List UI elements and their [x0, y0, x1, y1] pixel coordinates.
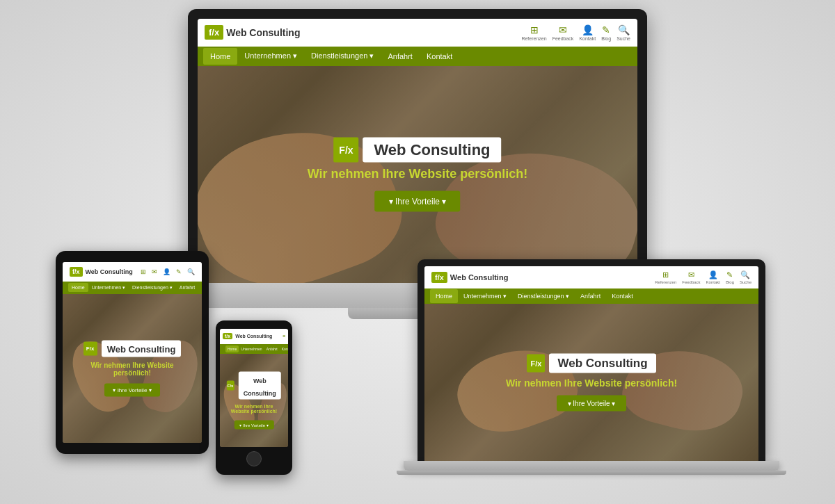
phone-hero-subtitle: Wir nehmen Ihre Website persönlich! [227, 403, 281, 413]
tablet-icon-1[interactable]: ⊞ [141, 268, 146, 275]
laptop-feedback-icon: ✉ [688, 270, 694, 279]
referenzen-icon: ⊞ [530, 24, 539, 35]
tablet-hero-content: F/x Web Consulting Wir nehmen Ihre Websi… [77, 340, 188, 396]
laptop-ref-icon: ⊞ [662, 270, 669, 279]
monitor-logo-text: Web Consulting [226, 27, 300, 38]
laptop-logo-text: Web Consulting [450, 273, 509, 282]
laptop-screen-frame: f/x Web Consulting ⊞ Referenzen ✉ Feedba… [418, 259, 765, 461]
tablet-user-icon: 👤 [163, 268, 170, 275]
laptop-device: f/x Web Consulting ⊞ Referenzen ✉ Feedba… [418, 259, 786, 475]
nav-home[interactable]: Home [203, 48, 237, 65]
tablet-website: f/x Web Consulting ⊞ ✉ 👤 ✎ 🔍 Home [63, 262, 202, 443]
tablet-search-icon: 🔍 [187, 268, 195, 275]
tablet-nav-home[interactable]: Home [68, 283, 88, 292]
header-icon-blog[interactable]: ✎ Blog [601, 24, 611, 41]
tablet-hero-button[interactable]: ▾ Ihre Vorteile ▾ [104, 383, 159, 396]
laptop-logo: f/x Web Consulting [431, 272, 508, 283]
tablet-msg-icon: ✉ [152, 268, 157, 275]
header-icon-suche[interactable]: 🔍 Suche [617, 24, 630, 41]
phone-nav-kontakt[interactable]: Kontakt [280, 346, 288, 352]
header-icon-kontakt[interactable]: 👤 Kontakt [579, 24, 596, 41]
nav-dienstleistungen[interactable]: Dienstleistungen ▾ [304, 47, 381, 65]
laptop-icon-feedback[interactable]: ✉ Feedback [682, 270, 700, 284]
phone-logo: f/x Web Consulting [223, 333, 272, 339]
laptop-nav: Home Unternehmen ▾ Dienstleistungen ▾ An… [424, 288, 758, 304]
phone-website: f/x Web Consulting ≡ Home Unternehmen An… [220, 329, 288, 447]
laptop-nav-kontakt[interactable]: Kontakt [606, 289, 639, 303]
nav-kontakt[interactable]: Kontakt [420, 48, 459, 65]
tablet-icon-2[interactable]: ✉ [152, 268, 157, 275]
monitor-frame: f/x Web Consulting ⊞ Referenzen ✉ Feedba… [188, 9, 647, 283]
tablet-hero-logo-row: F/x Web Consulting [77, 340, 188, 357]
phone-icon-menu[interactable]: ≡ [283, 334, 285, 339]
laptop-nav-unternehmen[interactable]: Unternehmen ▾ [458, 289, 512, 303]
kontakt-icon: 👤 [582, 24, 594, 35]
phone-hero-title-box: Web Consulting [238, 371, 281, 399]
tablet-nav: Home Unternehmen ▾ Dienstleistungen ▾ An… [63, 282, 202, 294]
laptop-header-icons: ⊞ Referenzen ✉ Feedback 👤 Kontakt [655, 270, 752, 284]
laptop-header: f/x Web Consulting ⊞ Referenzen ✉ Feedba… [424, 266, 758, 288]
tablet-hero: F/x Web Consulting Wir nehmen Ihre Websi… [63, 294, 202, 443]
tablet-nav-unternehmen[interactable]: Unternehmen ▾ [88, 283, 129, 293]
tablet-logo: f/x Web Consulting [70, 267, 133, 277]
laptop-icon-kontakt[interactable]: 👤 Kontakt [706, 270, 720, 284]
laptop-hero-title: Web Consulting [557, 356, 647, 369]
laptop-suche-icon: 🔍 [740, 270, 750, 279]
phone-nav-unternehmen[interactable]: Unternehmen [239, 346, 264, 352]
phone-hero-button[interactable]: ▾ Ihre Vorteile ▾ [234, 420, 273, 429]
phone-logo-fx: f/x [223, 333, 232, 339]
phone-nav-anfahrt[interactable]: Anfahrt [264, 346, 280, 352]
monitor-hero-title: Web Consulting [374, 140, 490, 158]
phone-header-icons: ≡ [283, 334, 285, 339]
monitor-hero-title-box: Web Consulting [363, 137, 501, 162]
monitor-header: f/x Web Consulting ⊞ Referenzen ✉ Feedba… [198, 19, 637, 47]
phone-menu-icon: ≡ [283, 334, 285, 339]
nav-anfahrt[interactable]: Anfahrt [381, 48, 419, 65]
monitor-hero-logo-row: F/x Web Consulting [241, 137, 594, 162]
header-icon-feedback[interactable]: ✉ Feedback [552, 24, 574, 41]
header-icon-referenzen[interactable]: ⊞ Referenzen [521, 24, 546, 41]
tablet-icon-5[interactable]: 🔍 [187, 268, 195, 275]
laptop-logo-fx: f/x [431, 272, 447, 283]
laptop-icon-suche[interactable]: 🔍 Suche [740, 270, 752, 284]
laptop-nav-home[interactable]: Home [430, 289, 458, 303]
phone-hero-content: F/x Web Consulting Wir nehmen Ihre Websi… [227, 371, 281, 429]
tablet-nav-dienstleistungen[interactable]: Dienstleistungen ▾ [129, 283, 176, 293]
tablet-icon-3[interactable]: 👤 [163, 268, 170, 275]
phone-hero: F/x Web Consulting Wir nehmen Ihre Websi… [220, 354, 288, 447]
laptop-icon-referenzen[interactable]: ⊞ Referenzen [655, 270, 676, 284]
monitor-hero-fx: F/x [333, 137, 358, 162]
monitor-hero-button[interactable]: ▾ Ihre Vorteile ▾ [375, 190, 461, 211]
phone-logo-text: Web Consulting [235, 334, 272, 339]
tablet-icon-4[interactable]: ✎ [176, 268, 182, 275]
phone-home-button[interactable] [246, 451, 262, 466]
monitor-hero-bg: F/x Web Consulting Wir nehmen Ihre Websi… [198, 66, 637, 283]
laptop-screen: f/x Web Consulting ⊞ Referenzen ✉ Feedba… [424, 266, 758, 461]
laptop-base [404, 461, 779, 471]
laptop-kontakt-icon: 👤 [708, 270, 718, 279]
monitor-nav: Home Unternehmen ▾ Dienstleistungen ▾ An… [198, 47, 637, 66]
tablet-nav-kontakt[interactable]: Kontakt [198, 283, 202, 292]
scene: f/x Web Consulting ⊞ Referenzen ✉ Feedba… [35, 9, 800, 496]
laptop-hero-button[interactable]: ▾ Ihre Vorteile ▾ [557, 395, 627, 411]
phone-hero-title: Web Consulting [244, 377, 276, 396]
laptop-icon-blog[interactable]: ✎ Blog [726, 270, 734, 284]
laptop-base-bottom [397, 471, 786, 475]
phone-device: f/x Web Consulting ≡ Home Unternehmen An… [216, 320, 292, 475]
feedback-icon: ✉ [559, 24, 567, 35]
monitor-screen: f/x Web Consulting ⊞ Referenzen ✉ Feedba… [198, 19, 637, 283]
monitor-website: f/x Web Consulting ⊞ Referenzen ✉ Feedba… [198, 19, 637, 283]
phone-header: f/x Web Consulting ≡ [220, 329, 288, 344]
suche-icon: 🔍 [618, 24, 630, 35]
tablet-hero-subtitle: Wir nehmen Ihre Website persönlich! [77, 361, 188, 376]
phone-nav-home[interactable]: Home [225, 346, 239, 352]
laptop-hero-fx: F/x [527, 354, 545, 372]
nav-unternehmen[interactable]: Unternehmen ▾ [237, 47, 304, 65]
laptop-hero-logo-row: F/x Web Consulting [458, 353, 725, 373]
monitor-logo: f/x Web Consulting [205, 25, 300, 40]
laptop-nav-dienstleistungen[interactable]: Dienstleistungen ▾ [512, 289, 575, 303]
tablet-nav-anfahrt[interactable]: Anfahrt [176, 283, 199, 292]
phone-nav: Home Unternehmen Anfahrt Kontakt [220, 344, 288, 354]
tablet-blog-icon: ✎ [176, 268, 182, 275]
laptop-nav-anfahrt[interactable]: Anfahrt [575, 289, 606, 303]
